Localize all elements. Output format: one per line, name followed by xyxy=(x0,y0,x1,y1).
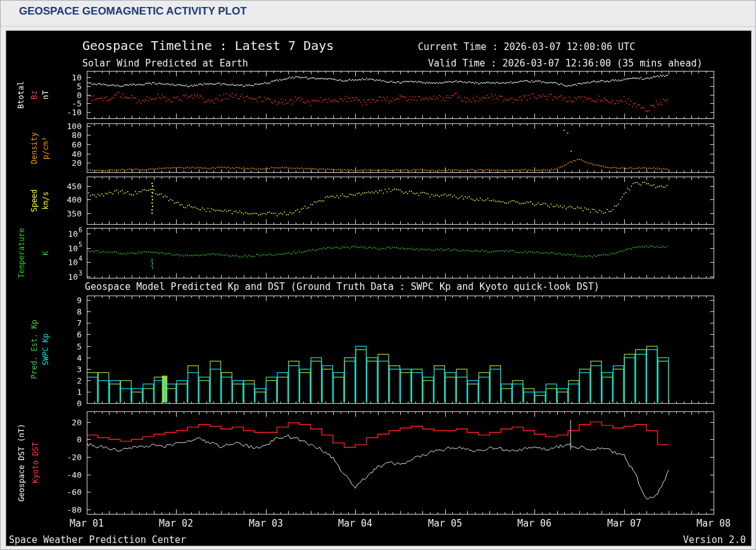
current-time-label: Current Time : 2026-03-07 12:00:06 UTC xyxy=(418,41,635,53)
geospace-plot: Geospace Timeline : Latest 7 Days Curren… xyxy=(6,30,752,546)
page: GEOSPACE GEOMAGNETIC ACTIVITY PLOT Geosp… xyxy=(0,0,756,550)
footer-version: Version 2.0 xyxy=(683,534,746,546)
footer-attribution: Space Weather Prediction Center xyxy=(9,534,186,546)
ylabel-speed-unit: km/s xyxy=(41,177,51,225)
ylabel-pred-est-kp: Pred. Est. Kp xyxy=(29,296,39,403)
x-tick-mar04: Mar 04 xyxy=(338,518,372,529)
plot-title: Geospace Timeline : Latest 7 Days xyxy=(82,38,334,53)
ylabel-btotal: Btotal xyxy=(16,72,26,119)
page-header: GEOSPACE GEOMAGNETIC ACTIVITY PLOT xyxy=(1,1,755,27)
x-tick-mar07: Mar 07 xyxy=(607,518,641,529)
kp-dst-section-title: Geospace Model Predicted Kp and DST (Gro… xyxy=(85,281,600,292)
ylabel-kyoto-dst: Kyoto DST xyxy=(30,411,41,514)
ylabel-speed: Speed xyxy=(29,177,39,225)
x-tick-mar08: Mar 08 xyxy=(696,518,731,529)
ylabel-temperature: Temperature xyxy=(16,228,27,278)
ylabel-geospace-dst: Geospace DST (nT) xyxy=(16,411,27,514)
page-title: GEOSPACE GEOMAGNETIC ACTIVITY PLOT xyxy=(19,5,247,18)
x-tick-mar06: Mar 06 xyxy=(517,518,551,529)
x-tick-mar03: Mar 03 xyxy=(249,518,283,529)
ylabel-density: Density xyxy=(29,124,39,173)
x-tick-mar01: Mar 01 xyxy=(70,518,104,529)
ylabel-density-unit: p/cm³ xyxy=(41,124,51,173)
valid-time-label: Valid Time : 2026-03-07 12:36:00 (35 min… xyxy=(428,58,702,69)
x-tick-mar05: Mar 05 xyxy=(428,518,462,529)
ylabel-nt: nT xyxy=(41,72,51,119)
ylabel-swpc-kp: SWPC Kp xyxy=(41,296,51,403)
ylabel-temperature-unit: K xyxy=(41,228,51,278)
x-tick-mar02: Mar 02 xyxy=(159,518,193,529)
ylabel-bz: Bz xyxy=(29,72,39,119)
solar-wind-subtitle: Solar Wind Predicted at Earth xyxy=(82,58,248,69)
